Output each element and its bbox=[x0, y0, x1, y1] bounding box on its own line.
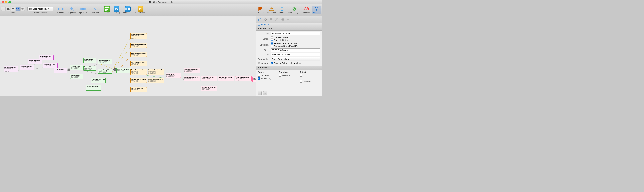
close-button[interactable] bbox=[2, 1, 4, 4]
granularity-dropdown[interactable]: Exact Scheduling ▾ bbox=[271, 57, 320, 61]
task-node[interactable]: Edit, Sampo in Origi... 9/1/15, 8:00AM9/… bbox=[98, 59, 112, 64]
minus-button[interactable]: − bbox=[258, 91, 262, 95]
task-node[interactable]: Test Zone Environm... 9/15, 8:00AM9/25, … bbox=[130, 78, 147, 83]
task-node[interactable]: Add: Intro and Nonder... 9/1/15, 8:00AM9… bbox=[235, 76, 252, 81]
reports-icon bbox=[258, 6, 264, 12]
title-input[interactable] bbox=[271, 32, 320, 36]
svg-line-13 bbox=[17, 8, 18, 8]
task-node[interactable]: Test Zone Monster Ar... 9/15, 8:00AM9/25… bbox=[130, 87, 147, 92]
task-node[interactable]: Image Complete... 9/1/15, 8:00AM9/25, 5:… bbox=[98, 68, 112, 74]
task-node[interactable]: Capture Footage from... 9/1/15, 8:00AM9/… bbox=[201, 76, 217, 81]
formats-section-header[interactable]: ▼ Formats bbox=[256, 66, 322, 70]
formats-col-duration: Duration bbox=[279, 71, 299, 73]
direction-backward-radio[interactable] bbox=[271, 45, 273, 48]
tab-gantt[interactable] bbox=[280, 17, 285, 22]
inspect-button[interactable]: Inspect bbox=[312, 6, 321, 14]
dates-timeofday-checkbox[interactable]: ✓ bbox=[258, 77, 260, 80]
task-node[interactable]: Evaluate and Select Mi... 9/1/15, 8:00AM… bbox=[39, 55, 54, 60]
reports-button[interactable]: Reports bbox=[256, 6, 265, 14]
task-node[interactable]: Media Campaign Phas... bbox=[86, 85, 101, 90]
svg-line-14 bbox=[17, 8, 18, 9]
baseline-dropdown[interactable]: Split: Actual vs... ▾ bbox=[28, 6, 54, 11]
project-info-section-header[interactable]: ▼ Project Info bbox=[256, 26, 322, 31]
task-node[interactable]: Interface Polish Pass 9/1/15, 8:00AM9/15… bbox=[130, 33, 147, 40]
main-area: Establish Themes, A... 9/1/15, 8:00AM9/1… bbox=[0, 16, 322, 96]
tab-lines[interactable] bbox=[268, 17, 274, 22]
dates-specific-option[interactable]: Specific Dates bbox=[271, 39, 320, 42]
direction-backward-option[interactable]: Backward from Fixed End bbox=[271, 45, 320, 48]
tab-briefcase[interactable] bbox=[257, 17, 262, 22]
task-node[interactable]: Design Phase 9/1/15, 8:00AM9/15, 5:00PM bbox=[70, 65, 83, 70]
task-node[interactable]: Concept Art Post 9/1/15, 8:00AM9/25, 5:0… bbox=[83, 66, 96, 70]
view-list-icon[interactable] bbox=[1, 7, 6, 11]
task-node[interactable]: Interface Post 9/1/15, 8:00AM9/25, 5:00P… bbox=[83, 58, 96, 63]
dates-specific-radio[interactable] bbox=[271, 39, 273, 42]
task-node[interactable]: Play Vertical Slice 9/15, 8:00AM bbox=[116, 68, 131, 73]
minimize-button[interactable] bbox=[5, 1, 8, 4]
dates-seconds-checkbox[interactable] bbox=[258, 74, 260, 76]
svg-line-74 bbox=[112, 38, 130, 70]
task-node[interactable]: Recall Sounds for Vide... 9/1/15, 8:00AM… bbox=[184, 76, 200, 81]
task-node[interactable]: Add Footage to Chrom... 9/1/15, 8:00AM9/… bbox=[218, 76, 234, 81]
direction-forward-option[interactable]: Forward from Fixed Start bbox=[271, 42, 320, 45]
view-table-icon[interactable] bbox=[20, 7, 25, 11]
task-node[interactable]: Determine Project Scope 9/1/15, 8:00AM9/… bbox=[20, 65, 34, 70]
task-node[interactable]: Core Character Art... 9/1/15, 8:00AM9/25… bbox=[130, 61, 147, 66]
task-node[interactable]: Game Video Complete 9/1/15, 8:00AM9/15, … bbox=[252, 77, 256, 82]
task-node[interactable]: Unreal Video Select 9/1/15, 8:00AM9/15, … bbox=[184, 68, 200, 73]
plus-button[interactable]: + bbox=[263, 91, 267, 95]
assignment-label: Assignment bbox=[67, 12, 76, 14]
document-checkbox-label: Save a Quick Look preview bbox=[274, 62, 300, 64]
set-baseline-button[interactable]: Set Baseline bbox=[134, 6, 147, 14]
view-calendar-icon[interactable] bbox=[11, 7, 15, 11]
task-node[interactable]: Dario Video 9/1/15, 8:00AM9/15, 5:00PM bbox=[166, 73, 181, 78]
reschedule-button[interactable]: Reschedule bbox=[122, 6, 134, 14]
diagram-area[interactable]: Establish Themes, A... 9/1/15, 8:00AM9/1… bbox=[0, 16, 256, 96]
task-node[interactable]: Develop Venue Music 9/1/15, 8:00AM9/15, … bbox=[201, 86, 217, 91]
document-checkbox[interactable]: ✓ bbox=[271, 62, 273, 64]
formats-row-seconds: seconds seconds bbox=[258, 74, 320, 76]
effort-minutes-checkbox[interactable] bbox=[300, 80, 302, 82]
level-icon bbox=[104, 6, 110, 12]
maximize-button[interactable] bbox=[8, 1, 11, 4]
assignment-button[interactable]: Assignment bbox=[66, 6, 78, 14]
critical-path-button[interactable]: Critical Path bbox=[88, 6, 100, 14]
end-input[interactable] bbox=[271, 53, 320, 56]
baseline-group: Split: Actual vs... ▾ Baseline/Actual bbox=[28, 6, 54, 14]
task-node[interactable]: New: Character Volum... 9/15, 8:00AM9/15… bbox=[130, 68, 147, 75]
tab-doc[interactable] bbox=[285, 17, 290, 22]
simulations-button[interactable]: Simulations bbox=[266, 6, 278, 14]
dates-undetermined-option[interactable]: Undetermined bbox=[271, 36, 320, 39]
task-node[interactable]: Develop Game Paths... 9/1/15, 8:00AM9/25… bbox=[130, 43, 147, 48]
split-task-button[interactable]: Split Task bbox=[78, 6, 88, 14]
effort-seconds-checkbox[interactable] bbox=[300, 74, 302, 76]
track-changes-button[interactable]: Track Changes bbox=[286, 6, 301, 14]
dates-undetermined-radio[interactable] bbox=[271, 36, 273, 39]
task-node[interactable]: Image Phase 9/1/15, 8:00AM9/25, 5:00PM bbox=[70, 74, 83, 79]
connect-button[interactable]: Connect bbox=[56, 6, 65, 14]
violations-button[interactable]: Violations bbox=[302, 6, 312, 14]
task-node[interactable]: Develop Control Engi... 9/1/15, 8:00AM9/… bbox=[130, 52, 147, 57]
direction-forward-radio[interactable] bbox=[271, 42, 273, 45]
tab-diamond[interactable] bbox=[263, 17, 268, 22]
sep2 bbox=[55, 6, 55, 15]
panel-breadcrumb[interactable]: Project Info bbox=[256, 23, 322, 26]
reschedule-icon bbox=[125, 6, 131, 12]
catch-up-button[interactable]: Catch Up bbox=[112, 6, 122, 14]
svg-rect-30 bbox=[83, 8, 85, 10]
task-node[interactable]: Project Post... bbox=[54, 68, 67, 73]
duration-seconds-checkbox[interactable] bbox=[279, 74, 281, 76]
publish-button[interactable]: Publish bbox=[278, 6, 286, 14]
task-node[interactable]: Media Campaign (Pha... 9/15, 8:00AM9/25,… bbox=[148, 78, 164, 83]
task-node[interactable]: New: Vertical Icon Cre... 9/15, 8:00AM9/… bbox=[148, 68, 164, 75]
task-node[interactable]: Establish Themes, A... 9/1/15, 8:00AM9/1… bbox=[4, 66, 18, 72]
task-node[interactable]: Accounts and Features 9/15, 8:00AM bbox=[91, 78, 106, 83]
task-node[interactable]: Determine Contractor... 9/1/15, 8:00AM9/… bbox=[43, 63, 58, 68]
view-people-icon[interactable] bbox=[6, 7, 10, 11]
level-button[interactable]: Level bbox=[103, 6, 111, 14]
svg-line-68 bbox=[146, 75, 162, 78]
window-controls[interactable] bbox=[2, 1, 11, 4]
tab-person[interactable] bbox=[274, 17, 279, 22]
start-input[interactable] bbox=[271, 48, 320, 52]
view-network-icon[interactable] bbox=[16, 7, 20, 11]
